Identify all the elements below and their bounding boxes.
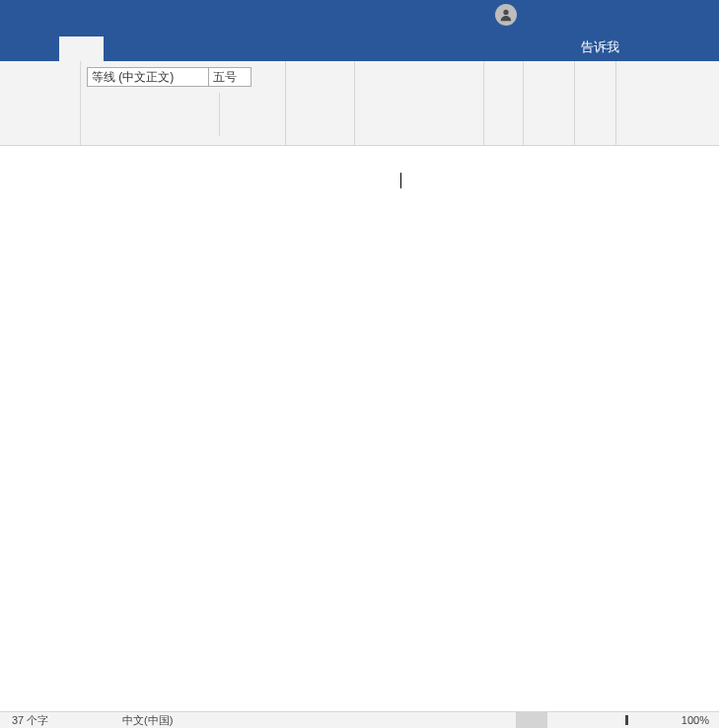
ribbon-group-extra-1 [484, 61, 524, 145]
ribbon-group-styles [355, 61, 484, 145]
zoom-slider-handle[interactable] [611, 712, 642, 728]
font-name-combobox[interactable]: 等线 (中文正文) [87, 67, 209, 87]
font-group-separator [219, 93, 220, 136]
status-word-count[interactable]: 37 个字 [12, 713, 48, 728]
font-controls-row: 等线 (中文正文) 五号 [87, 67, 279, 87]
svg-point-0 [503, 10, 508, 15]
view-mode-read[interactable] [547, 712, 579, 728]
ribbon-group-paragraph [286, 61, 355, 145]
ribbon-tab-active[interactable] [59, 36, 104, 61]
status-language[interactable]: 中文(中国) [122, 713, 173, 728]
status-bar: 37 个字 中文(中国) 100% [0, 711, 719, 728]
title-bar: 告诉我 [0, 0, 719, 61]
font-size-combobox[interactable]: 五号 [209, 67, 252, 87]
view-mode-web[interactable] [579, 712, 611, 728]
ribbon-group-extra-3 [575, 61, 616, 145]
ribbon-toolbar: 等线 (中文正文) 五号 [0, 61, 719, 146]
ribbon-group-extra-2 [524, 61, 575, 145]
view-mode-print[interactable] [516, 712, 547, 728]
person-icon [499, 8, 513, 22]
ribbon-group-clipboard [0, 61, 81, 145]
text-insertion-cursor [400, 173, 401, 188]
ribbon-group-font: 等线 (中文正文) 五号 [81, 61, 286, 145]
document-canvas[interactable] [0, 146, 719, 711]
status-view-controls [516, 712, 642, 728]
tell-me-search[interactable]: 告诉我 [581, 38, 619, 56]
title-bar-top [0, 0, 719, 30]
user-account-icon[interactable] [495, 4, 517, 26]
status-zoom-level[interactable]: 100% [682, 714, 709, 726]
